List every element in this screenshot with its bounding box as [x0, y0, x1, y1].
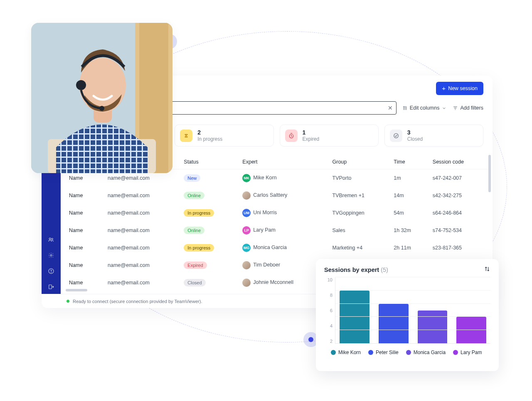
filter-icon [453, 105, 458, 111]
add-filters-button[interactable]: Add filters [453, 105, 483, 111]
cell-name: Name [65, 257, 103, 274]
legend-swatch [331, 350, 336, 355]
cell-status: In progress [180, 239, 238, 257]
chart-bar[interactable] [379, 304, 409, 343]
y-tick: 8 [324, 293, 332, 298]
legend-swatch [453, 350, 458, 355]
status-badge: In progress [184, 209, 214, 217]
vertical-scrollbar[interactable] [488, 155, 491, 192]
cell-session-code: s64-246-864 [429, 204, 488, 222]
nav-help-icon[interactable] [45, 265, 57, 277]
legend-item[interactable]: Mike Korn [331, 350, 361, 355]
avatar: UM [242, 209, 251, 217]
chart-bar[interactable] [456, 317, 486, 343]
cell-status: Expired [180, 257, 238, 274]
cell-email: name@email.com [103, 222, 180, 239]
chart-title: Sessions by expert (5) [324, 267, 388, 273]
cell-session-code: s47-242-007 [429, 169, 488, 187]
svg-point-17 [51, 272, 52, 273]
table-row[interactable]: Namename@email.comOnlineLPLary PamSales1… [65, 222, 488, 239]
cell-email: name@email.com [103, 239, 180, 257]
sessions-by-expert-chart: Sessions by expert (5) 108642 Mike KornP… [316, 259, 499, 371]
svg-point-13 [49, 238, 51, 240]
new-session-button[interactable]: + New session [436, 82, 483, 95]
cell-status: New [180, 169, 238, 187]
stat-closed[interactable]: 3 Closed [384, 125, 483, 147]
cell-expert: LPLary Pam [238, 222, 328, 239]
nav-users-icon[interactable] [45, 234, 57, 245]
svg-point-20 [394, 133, 398, 138]
stat-in-progress[interactable]: 2 In progress [175, 125, 273, 147]
cell-group: Sales [328, 222, 390, 239]
cell-email: name@email.com [103, 257, 180, 274]
cell-expert: Johnie Mcconnell [238, 274, 328, 291]
cell-name: Name [65, 204, 103, 222]
chart-bar[interactable] [418, 311, 448, 344]
table-row[interactable]: Namename@email.comIn progressMGMonica Ga… [65, 239, 488, 257]
cell-name: Name [65, 222, 103, 239]
columns-icon [402, 105, 408, 111]
avatar [242, 191, 251, 200]
legend-label: Lary Pam [461, 350, 482, 355]
chart-bar[interactable] [340, 291, 369, 343]
cell-status: Closed [180, 274, 238, 291]
cell-group: TVPorto [328, 169, 390, 187]
clear-icon[interactable]: ✕ [388, 105, 393, 111]
table-row[interactable]: Namename@email.comOnlineCarlos SaltteryT… [65, 187, 488, 204]
status-badge: Closed [184, 279, 205, 286]
legend-swatch [406, 350, 411, 355]
in-progress-icon [180, 130, 192, 142]
chevron-down-icon [441, 105, 447, 111]
cell-time: 2h 11m [389, 239, 429, 257]
status-badge: In progress [184, 244, 214, 252]
cell-session-code: s74-752-534 [429, 222, 488, 239]
nav-exit-icon[interactable] [45, 281, 57, 293]
stat-expired[interactable]: 1 Expired [280, 125, 379, 147]
legend-label: Peter Silie [376, 350, 399, 355]
cell-email: name@email.com [103, 187, 180, 204]
cell-expert: MGMonica Garcia [238, 239, 328, 257]
y-tick: 10 [324, 277, 332, 282]
col-status[interactable]: Status [180, 155, 238, 169]
cell-status: Online [180, 222, 238, 239]
cell-time: 54m [389, 204, 429, 222]
gridline [335, 316, 490, 317]
col-expert[interactable]: Expert [238, 155, 328, 169]
cell-time: 14m [389, 187, 429, 204]
cell-group: TVBremen +1 [328, 187, 390, 204]
cell-group: Marketing +4 [328, 239, 390, 257]
legend-item[interactable]: Peter Silie [368, 350, 399, 355]
y-tick: 4 [324, 323, 332, 328]
avatar: MG [242, 244, 251, 252]
legend-item[interactable]: Lary Pam [453, 350, 482, 355]
nav-settings-icon[interactable] [45, 249, 57, 261]
cell-expert: Tim Deboer [238, 257, 328, 274]
chart-sort-button[interactable] [484, 266, 490, 274]
table-row[interactable]: Namename@email.comIn progressUMUni Morri… [65, 204, 488, 222]
legend-label: Mike Korn [338, 350, 361, 355]
avatar [242, 279, 251, 287]
cell-expert: UMUni Morris [238, 204, 328, 222]
cell-email: name@email.com [103, 274, 180, 291]
col-session-code[interactable]: Session code [429, 155, 488, 169]
gridline [335, 303, 490, 304]
col-group[interactable]: Group [328, 155, 390, 169]
y-tick: 6 [324, 308, 332, 313]
svg-point-14 [52, 238, 53, 240]
cell-time: 1m [389, 169, 429, 187]
cell-expert: Carlos Salttery [238, 187, 328, 204]
status-badge: Expired [184, 262, 207, 269]
legend-label: Monica Garcia [414, 350, 446, 355]
cell-time: 1h 32m [389, 222, 429, 239]
status-badge: Online [184, 192, 204, 199]
gridline [335, 277, 490, 277]
col-time[interactable]: Time [389, 155, 429, 169]
horizontal-scrollbar[interactable] [66, 289, 87, 291]
y-tick: 2 [324, 339, 332, 344]
legend-item[interactable]: Monica Garcia [406, 350, 446, 355]
svg-point-8 [79, 58, 126, 112]
edit-columns-button[interactable]: Edit columns [402, 105, 447, 111]
cell-email: name@email.com [103, 204, 180, 222]
cell-session-code: s42-342-275 [429, 187, 488, 204]
avatar [242, 261, 251, 269]
